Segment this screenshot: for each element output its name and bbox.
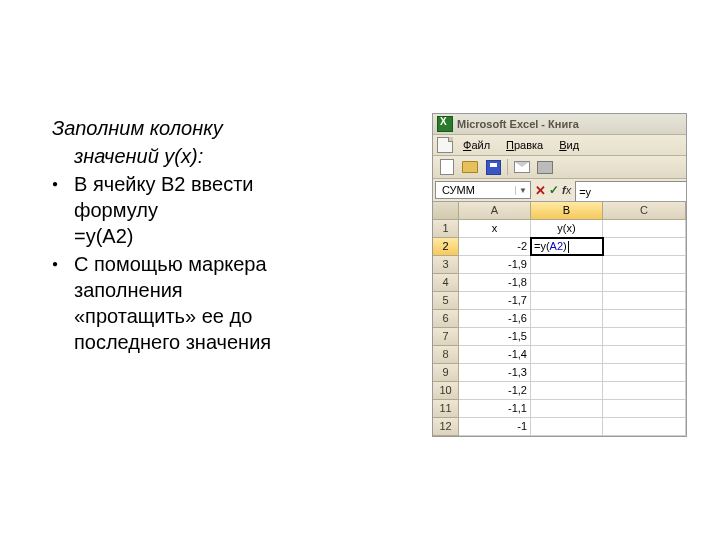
folder-open-icon <box>462 161 478 173</box>
col-header-b[interactable]: B <box>531 202 603 220</box>
new-doc-icon <box>440 159 454 175</box>
formula-bar: СУММ ▼ ✕ ✓ fx =y <box>433 179 686 202</box>
cell-a11[interactable]: -1,1 <box>459 400 531 418</box>
cell-b1[interactable]: y(x) <box>531 220 603 238</box>
save-icon <box>486 160 501 175</box>
cell-b3[interactable] <box>531 256 603 274</box>
row-header[interactable]: 7 <box>433 328 459 346</box>
cell-b7[interactable] <box>531 328 603 346</box>
cell-b8[interactable] <box>531 346 603 364</box>
name-box[interactable]: СУММ ▼ <box>435 181 531 199</box>
row-header[interactable]: 4 <box>433 274 459 292</box>
intro-line2: значений y(x): <box>52 143 412 169</box>
cell-c9[interactable] <box>603 364 686 382</box>
print-button[interactable] <box>535 157 555 177</box>
cell-c8[interactable] <box>603 346 686 364</box>
cell-a8[interactable]: -1,4 <box>459 346 531 364</box>
grid-area: ABC1xy(x)2-2=y(A2)3-1,94-1,85-1,76-1,67-… <box>433 202 686 436</box>
new-button[interactable] <box>437 157 457 177</box>
cell-a4[interactable]: -1,8 <box>459 274 531 292</box>
cell-b2-editing[interactable]: =y(A2) <box>530 237 604 256</box>
print-icon <box>537 161 553 174</box>
cell-c7[interactable] <box>603 328 686 346</box>
cell-c10[interactable] <box>603 382 686 400</box>
cell-a7[interactable]: -1,5 <box>459 328 531 346</box>
enter-icon[interactable]: ✓ <box>549 183 559 197</box>
row-header[interactable]: 3 <box>433 256 459 274</box>
cell-a12[interactable]: -1 <box>459 418 531 436</box>
cell-c3[interactable] <box>603 256 686 274</box>
menu-view[interactable]: Вид <box>553 138 585 152</box>
cell-b6[interactable] <box>531 310 603 328</box>
formula-input[interactable]: =y <box>575 181 686 201</box>
cell-b10[interactable] <box>531 382 603 400</box>
cell-a9[interactable]: -1,3 <box>459 364 531 382</box>
cell-c6[interactable] <box>603 310 686 328</box>
mail-icon <box>514 161 530 173</box>
instruction-text: Заполним колонку значений y(x): В ячейку… <box>52 115 412 355</box>
cell-b9[interactable] <box>531 364 603 382</box>
cell-b12[interactable] <box>531 418 603 436</box>
save-button[interactable] <box>483 157 503 177</box>
menu-bar: Файл Правка Вид <box>433 135 686 156</box>
menu-file[interactable]: Файл <box>457 138 496 152</box>
col-header-c[interactable]: C <box>603 202 686 220</box>
fx-icon[interactable]: fx <box>562 184 571 196</box>
menu-edit[interactable]: Правка <box>500 138 549 152</box>
cell-b11[interactable] <box>531 400 603 418</box>
cell-b5[interactable] <box>531 292 603 310</box>
bullet-1: В ячейку B2 ввести формулу =y(A2) <box>52 171 412 249</box>
name-box-text: СУММ <box>436 184 515 196</box>
row-header[interactable]: 5 <box>433 292 459 310</box>
formula-bar-buttons: ✕ ✓ fx <box>531 179 575 201</box>
row-header[interactable]: 12 <box>433 418 459 436</box>
open-button[interactable] <box>460 157 480 177</box>
toolbar-separator <box>507 159 508 175</box>
excel-window: Microsoft Excel - Книга Файл Правка Вид … <box>432 113 687 437</box>
bullet-2: С помощью маркера заполнения «протащить»… <box>52 251 412 355</box>
cell-b4[interactable] <box>531 274 603 292</box>
cell-c1[interactable] <box>603 220 686 238</box>
row-header[interactable]: 10 <box>433 382 459 400</box>
standard-toolbar <box>433 156 686 179</box>
cell-c12[interactable] <box>603 418 686 436</box>
title-bar: Microsoft Excel - Книга <box>433 114 686 135</box>
cell-a2[interactable]: -2 <box>459 238 531 256</box>
control-menu-icon[interactable] <box>437 137 453 153</box>
row-header[interactable]: 9 <box>433 364 459 382</box>
intro-line1: Заполним колонку <box>52 115 412 141</box>
name-box-dropdown-icon[interactable]: ▼ <box>515 186 530 195</box>
cell-c11[interactable] <box>603 400 686 418</box>
mail-button[interactable] <box>512 157 532 177</box>
window-title: Microsoft Excel - Книга <box>457 118 579 130</box>
cell-a1[interactable]: x <box>459 220 531 238</box>
cell-c4[interactable] <box>603 274 686 292</box>
cell-a10[interactable]: -1,2 <box>459 382 531 400</box>
cancel-icon[interactable]: ✕ <box>535 183 546 198</box>
row-header[interactable]: 6 <box>433 310 459 328</box>
cell-c5[interactable] <box>603 292 686 310</box>
cell-a3[interactable]: -1,9 <box>459 256 531 274</box>
row-header[interactable]: 1 <box>433 220 459 238</box>
row-header[interactable]: 8 <box>433 346 459 364</box>
cell-a6[interactable]: -1,6 <box>459 310 531 328</box>
row-header[interactable]: 11 <box>433 400 459 418</box>
row-header[interactable]: 2 <box>433 238 459 256</box>
cell-c2[interactable] <box>603 238 686 256</box>
col-header-a[interactable]: A <box>459 202 531 220</box>
excel-logo-icon <box>437 116 453 132</box>
cell-a5[interactable]: -1,7 <box>459 292 531 310</box>
select-all-corner[interactable] <box>433 202 459 220</box>
